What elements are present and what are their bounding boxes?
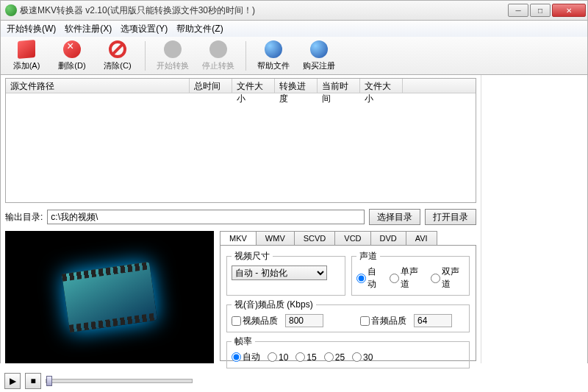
delete-button[interactable]: 删除(D): [51, 38, 93, 74]
toolbar: 添加(A) 删除(D) 清除(C) 开始转换 停止转换 帮助文件 购买注册: [0, 37, 588, 75]
stop-convert-button[interactable]: 停止转换: [197, 38, 240, 74]
toolbar-separator: [245, 41, 246, 71]
help-icon: [265, 40, 282, 58]
menu-options[interactable]: 选项设置(Y): [121, 23, 168, 35]
right-panel: [481, 75, 587, 363]
clear-icon: [109, 40, 126, 58]
menu-start-convert[interactable]: 开始转换(W): [7, 23, 56, 35]
title-bar: 极速MKV转换器 v2.10(试用版只能转换源文件30秒的时间！) ─ □ ✕: [0, 0, 588, 21]
menu-register[interactable]: 软件注册(X): [65, 23, 112, 35]
toolbar-separator: [145, 41, 146, 71]
col-file-size-2[interactable]: 文件大小: [360, 79, 403, 93]
file-list[interactable]: 源文件路径 总时间 文件大小 转换进度 当前时间 文件大小: [5, 78, 476, 203]
framerate-legend: 帧率: [232, 335, 255, 348]
play-bar: ▶ ■: [4, 373, 193, 389]
channel-auto-radio[interactable]: 自动: [356, 266, 382, 291]
buy-icon: [310, 40, 328, 58]
tab-panel: 视频尺寸 自动 - 初始化 声道 自动 单声道 双声道: [220, 245, 476, 361]
col-total-time[interactable]: 总时间: [190, 79, 232, 93]
app-icon: [5, 4, 17, 16]
audio-quality-checkbox[interactable]: 音频品质: [360, 315, 406, 327]
seek-slider[interactable]: [46, 379, 193, 383]
video-size-group: 视频尺寸 自动 - 初始化: [226, 250, 345, 296]
preview-pane: [5, 231, 214, 363]
filmstrip-icon: [62, 262, 157, 332]
tab-vcd[interactable]: VCD: [334, 231, 370, 245]
quality-legend: 视(音)频品质 (Kbps): [232, 299, 316, 311]
menu-bar: 开始转换(W) 软件注册(X) 选项设置(Y) 帮助文件(Z): [0, 21, 588, 37]
video-quality-checkbox[interactable]: 视频品质: [232, 315, 278, 327]
clear-button[interactable]: 清除(C): [96, 38, 139, 74]
quality-group: 视(音)频品质 (Kbps) 视频品质 800 音频品质 64: [226, 299, 470, 332]
col-current-time[interactable]: 当前时间: [318, 79, 360, 93]
fr-10-radio[interactable]: 10: [268, 352, 288, 363]
delete-icon: [63, 40, 81, 58]
file-list-header: 源文件路径 总时间 文件大小 转换进度 当前时间 文件大小: [6, 79, 476, 93]
play-button[interactable]: ▶: [4, 373, 21, 389]
slider-thumb[interactable]: [46, 376, 52, 386]
format-tabs: MKV WMV SCVD VCD DVD AVI: [220, 231, 476, 245]
channel-mono-radio[interactable]: 单声道: [390, 266, 423, 291]
tab-wmv[interactable]: WMV: [256, 231, 295, 245]
channel-stereo-radio[interactable]: 双声道: [431, 266, 465, 291]
col-source-path[interactable]: 源文件路径: [6, 79, 190, 93]
choose-dir-button[interactable]: 选择目录: [369, 209, 420, 225]
fr-30-radio[interactable]: 30: [352, 352, 373, 363]
help-button[interactable]: 帮助文件: [252, 38, 295, 74]
framerate-group: 帧率 自动 10 15 25 30: [226, 335, 470, 368]
tab-scvd[interactable]: SCVD: [294, 231, 336, 245]
fr-25-radio[interactable]: 25: [324, 352, 345, 363]
start-icon: [164, 40, 182, 58]
start-convert-button[interactable]: 开始转换: [151, 38, 194, 74]
stop-button[interactable]: ■: [25, 373, 41, 389]
col-file-size[interactable]: 文件大小: [232, 79, 275, 93]
video-size-select[interactable]: 自动 - 初始化: [232, 266, 327, 280]
output-dir-label: 输出目录:: [5, 211, 43, 224]
video-size-legend: 视频尺寸: [232, 250, 273, 263]
tab-dvd[interactable]: DVD: [370, 231, 406, 245]
buy-register-button[interactable]: 购买注册: [298, 38, 340, 74]
add-icon: [18, 40, 35, 59]
minimize-button[interactable]: ─: [508, 4, 528, 17]
open-dir-button[interactable]: 打开目录: [425, 209, 476, 225]
video-quality-value[interactable]: 800: [285, 314, 323, 327]
col-progress[interactable]: 转换进度: [275, 79, 318, 93]
tab-avi[interactable]: AVI: [406, 231, 437, 245]
tab-mkv[interactable]: MKV: [220, 231, 257, 245]
maximize-button[interactable]: □: [530, 4, 551, 17]
close-button[interactable]: ✕: [552, 4, 586, 17]
menu-help[interactable]: 帮助文件(Z): [176, 23, 223, 35]
fr-auto-radio[interactable]: 自动: [232, 351, 260, 363]
add-button[interactable]: 添加(A): [5, 38, 48, 74]
audio-channel-group: 声道 自动 单声道 双声道: [351, 250, 470, 296]
audio-channel-legend: 声道: [356, 250, 380, 263]
fr-15-radio[interactable]: 15: [295, 352, 316, 363]
stop-icon: [209, 40, 227, 58]
output-dir-input[interactable]: [47, 210, 365, 224]
audio-quality-value[interactable]: 64: [414, 314, 452, 327]
window-title: 极速MKV转换器 v2.10(试用版只能转换源文件30秒的时间！): [20, 4, 508, 17]
